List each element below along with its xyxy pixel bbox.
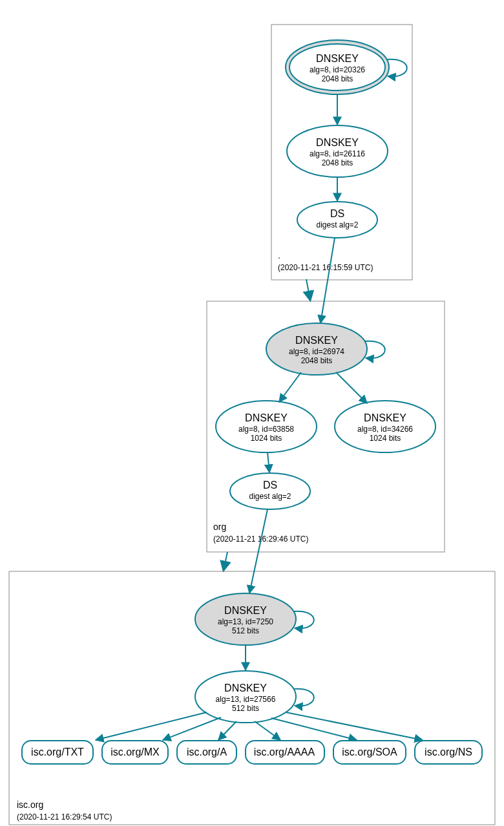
svg-text:1024 bits: 1024 bits bbox=[370, 434, 401, 443]
edge-isc-zsk-aaaa bbox=[255, 721, 280, 740]
svg-text:DNSKEY: DNSKEY bbox=[224, 683, 267, 694]
edge-org-ds-isc-ksk bbox=[249, 509, 268, 593]
svg-text:isc.org/SOA: isc.org/SOA bbox=[342, 747, 397, 757]
node-org-zsk1: DNSKEY alg=8, id=63858 1024 bits bbox=[216, 401, 317, 452]
node-isc-ksk: DNSKEY alg=13, id=7250 512 bits bbox=[195, 593, 296, 645]
zone-time-isc: (2020-11-21 16:29:54 UTC) bbox=[17, 812, 112, 821]
svg-text:alg=8, id=34266: alg=8, id=34266 bbox=[357, 425, 413, 434]
rrset-mx: isc.org/MX bbox=[102, 741, 168, 764]
node-org-zsk2: DNSKEY alg=8, id=34266 1024 bits bbox=[335, 401, 436, 452]
svg-text:DS: DS bbox=[263, 480, 277, 491]
edge-isc-zsk-ns bbox=[286, 712, 423, 740]
svg-text:alg=13, id=7250: alg=13, id=7250 bbox=[218, 617, 273, 626]
edge-org-ksk-zsk2 bbox=[336, 372, 367, 403]
svg-text:alg=8, id=20326: alg=8, id=20326 bbox=[310, 65, 365, 74]
rrset-ns: isc.org/NS bbox=[415, 741, 482, 764]
svg-text:isc.org/MX: isc.org/MX bbox=[110, 747, 160, 757]
zone-name-org: org bbox=[213, 522, 226, 532]
zone-time-root: (2020-11-21 16:15:59 UTC) bbox=[278, 263, 373, 272]
zone-name-root: . bbox=[278, 250, 280, 260]
svg-text:512 bits: 512 bits bbox=[232, 704, 259, 713]
svg-text:DNSKEY: DNSKEY bbox=[316, 137, 359, 148]
svg-text:alg=13, id=27566: alg=13, id=27566 bbox=[216, 695, 276, 704]
svg-text:DNSKEY: DNSKEY bbox=[295, 335, 338, 346]
svg-text:digest alg=2: digest alg=2 bbox=[316, 220, 358, 229]
node-isc-zsk: DNSKEY alg=13, id=27566 512 bits bbox=[195, 671, 296, 723]
node-root-ds: DS digest alg=2 bbox=[297, 202, 377, 238]
svg-text:isc.org/NS: isc.org/NS bbox=[425, 747, 472, 757]
svg-text:alg=8, id=26116: alg=8, id=26116 bbox=[310, 149, 365, 158]
svg-text:DS: DS bbox=[330, 208, 344, 219]
node-org-ds: DS digest alg=2 bbox=[230, 473, 310, 509]
svg-text:DNSKEY: DNSKEY bbox=[364, 412, 406, 423]
svg-text:1024 bits: 1024 bits bbox=[251, 434, 282, 443]
svg-text:DNSKEY: DNSKEY bbox=[224, 605, 267, 616]
edge-isc-zsk-a bbox=[218, 721, 236, 740]
node-root-ksk: DNSKEY alg=8, id=20326 2048 bits bbox=[286, 40, 389, 94]
edge-org-ksk-zsk1 bbox=[279, 372, 301, 402]
node-root-zsk: DNSKEY alg=8, id=26116 2048 bits bbox=[287, 125, 388, 177]
edge-org-zsk1-ds bbox=[268, 452, 269, 472]
svg-text:DNSKEY: DNSKEY bbox=[245, 412, 288, 423]
svg-text:alg=8, id=63858: alg=8, id=63858 bbox=[238, 425, 294, 434]
svg-text:isc.org/AAAA: isc.org/AAAA bbox=[254, 747, 315, 757]
edge-isc-zsk-soa bbox=[271, 718, 357, 740]
svg-text:DNSKEY: DNSKEY bbox=[316, 53, 359, 64]
zone-name-isc: isc.org bbox=[17, 800, 43, 810]
svg-text:2048 bits: 2048 bits bbox=[322, 74, 353, 83]
svg-text:512 bits: 512 bits bbox=[232, 626, 259, 635]
svg-text:isc.org/A: isc.org/A bbox=[187, 747, 227, 757]
rrset-soa: isc.org/SOA bbox=[333, 741, 406, 764]
svg-point-24 bbox=[230, 473, 310, 509]
edge-zone-root-org bbox=[306, 279, 310, 300]
edge-root-ds-org-ksk bbox=[320, 238, 335, 323]
svg-text:2048 bits: 2048 bits bbox=[301, 356, 333, 365]
node-org-ksk: DNSKEY alg=8, id=26974 2048 bits bbox=[266, 323, 367, 375]
rrset-a: isc.org/A bbox=[177, 741, 236, 764]
rrset-txt: isc.org/TXT bbox=[22, 741, 93, 764]
svg-text:2048 bits: 2048 bits bbox=[322, 158, 353, 167]
edge-isc-zsk-txt bbox=[96, 712, 207, 740]
svg-text:digest alg=2: digest alg=2 bbox=[249, 492, 291, 501]
rrset-aaaa: isc.org/AAAA bbox=[246, 741, 324, 764]
svg-text:isc.org/TXT: isc.org/TXT bbox=[31, 747, 84, 757]
dnssec-chain-diagram: . (2020-11-21 16:15:59 UTC) org (2020-11… bbox=[0, 0, 504, 826]
svg-text:alg=8, id=26974: alg=8, id=26974 bbox=[289, 347, 344, 356]
svg-point-9 bbox=[297, 202, 377, 238]
edge-zone-org-isc bbox=[224, 552, 227, 570]
